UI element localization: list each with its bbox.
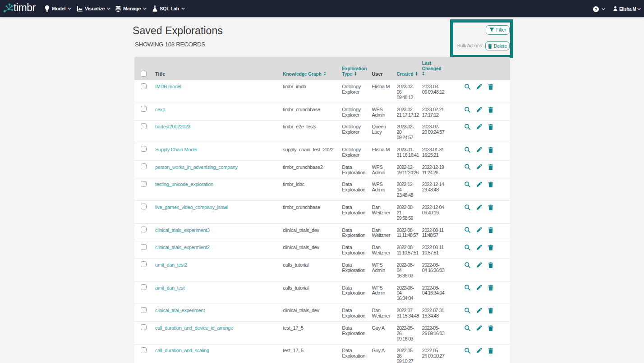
svg-text:?: ? bbox=[595, 7, 598, 12]
